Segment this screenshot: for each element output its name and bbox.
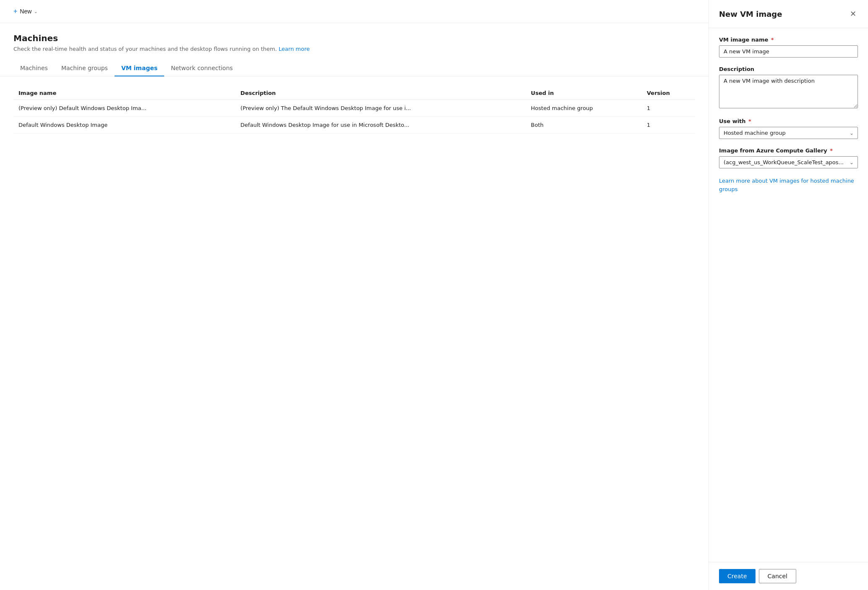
description-group: Description A new VM image with descript… xyxy=(719,66,858,110)
new-label: New xyxy=(20,8,31,15)
toolbar: + New ⌄ xyxy=(0,0,709,23)
description-textarea[interactable]: A new VM image with description xyxy=(719,75,858,108)
required-star-gallery: * xyxy=(828,147,833,154)
vm-image-name-input[interactable] xyxy=(719,45,858,58)
image-gallery-label: Image from Azure Compute Gallery * xyxy=(719,147,858,154)
cell-description-1: Default Windows Desktop Image for use in… xyxy=(235,117,526,134)
cell-version-1: 1 xyxy=(642,117,695,134)
create-button[interactable]: Create xyxy=(719,569,756,583)
close-button[interactable]: ✕ xyxy=(848,8,858,19)
table-row[interactable]: (Preview only) Default Windows Desktop I… xyxy=(13,100,695,117)
tab-machines[interactable]: Machines xyxy=(13,60,55,76)
panel-body: VM image name * Description A new VM ima… xyxy=(709,28,868,562)
image-gallery-select[interactable]: (acg_west_us_WorkQueue_ScaleTest_apos... xyxy=(719,156,858,168)
tabs: Machines Machine groups VM images Networ… xyxy=(0,60,709,76)
required-star: * xyxy=(769,37,774,43)
subtitle-text: Check the real-time health and status of… xyxy=(13,46,277,52)
panel-learn-more-link[interactable]: Learn more about VM images for hosted ma… xyxy=(719,178,854,192)
cell-used-in-0: Hosted machine group xyxy=(526,100,642,117)
table-container: Image name Description Used in Version (… xyxy=(0,76,709,144)
col-description: Description xyxy=(235,87,526,100)
use-with-select[interactable]: Hosted machine group Both xyxy=(719,127,858,139)
tab-network-connections[interactable]: Network connections xyxy=(164,60,239,76)
page-title: Machines xyxy=(13,33,695,43)
required-star-use-with: * xyxy=(747,118,751,124)
cancel-button[interactable]: Cancel xyxy=(759,569,796,583)
description-label: Description xyxy=(719,66,858,72)
panel-footer: Create Cancel xyxy=(709,562,868,590)
vm-images-table: Image name Description Used in Version (… xyxy=(13,87,695,134)
use-with-group: Use with * Hosted machine group Both ⌄ xyxy=(719,118,858,139)
cell-description-0: (Preview only) The Default Windows Deskt… xyxy=(235,100,526,117)
use-with-select-wrapper: Hosted machine group Both ⌄ xyxy=(719,127,858,139)
main-content: + New ⌄ Machines Check the real-time hea… xyxy=(0,0,709,590)
col-version: Version xyxy=(642,87,695,100)
panel-title: New VM image xyxy=(719,10,782,18)
tab-vm-images[interactable]: VM images xyxy=(115,60,164,76)
image-gallery-select-wrapper: (acg_west_us_WorkQueue_ScaleTest_apos...… xyxy=(719,156,858,168)
table-header-row: Image name Description Used in Version xyxy=(13,87,695,100)
col-used-in: Used in xyxy=(526,87,642,100)
learn-more-link[interactable]: Learn more xyxy=(279,46,310,52)
tab-machine-groups[interactable]: Machine groups xyxy=(55,60,115,76)
vm-image-name-label: VM image name * xyxy=(719,37,858,43)
table-row[interactable]: Default Windows Desktop Image Default Wi… xyxy=(13,117,695,134)
cell-image-name-1: Default Windows Desktop Image xyxy=(13,117,235,134)
panel-header: New VM image ✕ xyxy=(709,0,868,28)
cell-used-in-1: Both xyxy=(526,117,642,134)
plus-icon: + xyxy=(13,8,17,15)
learn-more-group: Learn more about VM images for hosted ma… xyxy=(719,177,858,193)
page-header: Machines Check the real-time health and … xyxy=(0,23,709,52)
page-subtitle: Check the real-time health and status of… xyxy=(13,46,695,52)
side-panel: New VM image ✕ VM image name * Descripti… xyxy=(709,0,868,590)
cell-image-name-0: (Preview only) Default Windows Desktop I… xyxy=(13,100,235,117)
use-with-label: Use with * xyxy=(719,118,858,124)
vm-image-name-group: VM image name * xyxy=(719,37,858,58)
image-gallery-group: Image from Azure Compute Gallery * (acg_… xyxy=(719,147,858,168)
new-button[interactable]: + New ⌄ xyxy=(10,5,41,18)
col-image-name: Image name xyxy=(13,87,235,100)
cell-version-0: 1 xyxy=(642,100,695,117)
new-chevron-icon: ⌄ xyxy=(34,9,37,14)
